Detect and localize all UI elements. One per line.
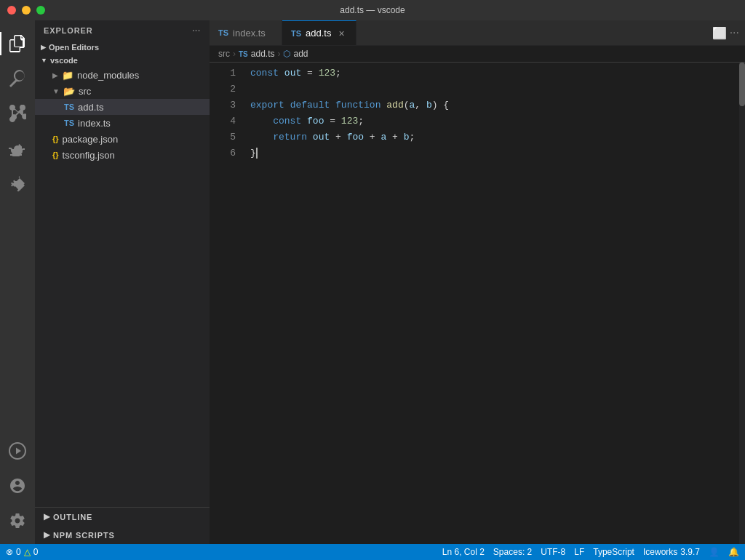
status-bell[interactable]: 🔔 [728,547,739,557]
breadcrumb-sep-1: › [233,49,236,59]
breadcrumb-fn[interactable]: add [293,49,308,59]
breadcrumb-file[interactable]: add.ts [251,49,275,59]
activity-bar [0,20,35,544]
activity-settings[interactable] [0,503,35,538]
code-editor[interactable]: 1 2 3 4 5 6 const out = 123; export defa… [210,63,745,544]
tree-src[interactable]: ▼ 📂 src [35,83,210,99]
line-num-2: 2 [210,81,236,97]
activity-remote[interactable] [0,433,35,468]
tab-close-button[interactable]: × [335,28,347,39]
warning-count: 0 [33,547,39,557]
line-num-6: 6 [210,145,236,161]
status-position[interactable]: Ln 6, Col 2 [442,547,485,557]
tab-actions: ⬜ ··· [706,20,745,45]
more-tabs-icon[interactable]: ··· [730,26,739,39]
vscode-label: vscode [50,56,78,65]
bell-icon: 🔔 [728,547,739,557]
tree-node-modules[interactable]: ▶ 📁 node_modules [35,67,210,83]
maximize-button[interactable] [36,6,45,15]
outline-label: Outline [53,513,92,521]
status-left: ⊗ 0 △ 0 [6,547,38,557]
ts-icon-index: TS [218,28,228,37]
status-errors[interactable]: ⊗ 0 △ 0 [6,547,38,557]
minimap [739,63,745,544]
line-num-4: 4 [210,113,236,129]
sidebar: Explorer ··· ▶ Open Editors ▼ vscode ▶ 📁… [35,20,210,544]
spaces-label: Spaces: 2 [493,547,532,557]
node-modules-label: node_modules [77,70,139,81]
breadcrumb-fn-icon: ⬡ [283,49,290,59]
sidebar-header-icons: ··· [192,26,201,35]
tab-index-ts[interactable]: TS index.ts [210,20,282,45]
json-badge-tsconfig: {} [52,151,59,159]
split-editor-icon[interactable]: ⬜ [712,26,727,40]
open-editors-section[interactable]: ▶ Open Editors [35,41,210,54]
line-num-5: 5 [210,129,236,145]
code-line-4: const foo = 123; [250,113,739,129]
breadcrumb-src[interactable]: src [218,49,230,59]
extension-label: Iceworks [643,547,677,557]
line-numbers: 1 2 3 4 5 6 [210,63,244,544]
breadcrumb-sep-2: › [277,49,280,59]
code-line-1: const out = 123; [250,65,739,81]
tab-bar: TS index.ts TS add.ts × ⬜ ··· [210,20,745,46]
tree-add-ts[interactable]: TS add.ts [35,99,210,115]
activity-extensions[interactable] [0,166,35,201]
code-content[interactable]: const out = 123; export default function… [244,63,739,544]
app-body: Explorer ··· ▶ Open Editors ▼ vscode ▶ 📁… [0,20,745,544]
status-spaces[interactable]: Spaces: 2 [493,547,532,557]
ts-icon-add: TS [291,29,301,38]
sidebar-header: Explorer ··· [35,20,210,41]
text-cursor [256,148,258,159]
folder-icon: 📂 [63,86,75,97]
status-right: Ln 6, Col 2 Spaces: 2 UTF-8 LF TypeScrip… [442,547,739,557]
folder-icon: 📁 [62,70,73,81]
breadcrumb-ts-icon: TS [239,50,248,58]
arrow-icon: ▶ [52,71,58,79]
explorer-title: Explorer [44,26,93,35]
status-encoding[interactable]: UTF-8 [541,547,565,557]
minimap-thumb[interactable] [739,63,745,106]
tree-index-ts[interactable]: TS index.ts [35,115,210,131]
activity-bar-bottom [0,433,35,544]
npm-scripts-arrow: ▶ [44,530,50,540]
activity-account[interactable] [0,468,35,503]
add-ts-label: add.ts [78,102,103,113]
status-extension[interactable]: Iceworks 3.9.7 [643,547,700,557]
status-bar: ⊗ 0 △ 0 Ln 6, Col 2 Spaces: 2 UTF-8 LF T… [0,544,745,560]
extension-version: 3.9.7 [680,547,700,557]
breadcrumb: src › TS add.ts › ⬡ add [210,46,745,63]
line-ending-label: LF [574,547,584,557]
window-controls [7,6,45,15]
activity-files[interactable] [0,26,35,61]
line-num-1: 1 [210,65,236,81]
activity-git[interactable] [0,96,35,131]
position-label: Ln 6, Col 2 [442,547,485,557]
status-person[interactable]: 👤 [709,547,720,557]
tab-add-ts[interactable]: TS add.ts × [282,20,356,45]
tree-tsconfig-json[interactable]: {} tsconfig.json [35,147,210,163]
minimize-button[interactable] [22,6,31,15]
person-icon: 👤 [709,547,720,557]
close-button[interactable] [7,6,16,15]
more-options-icon[interactable]: ··· [192,26,201,35]
vscode-section[interactable]: ▼ vscode [35,54,210,67]
tree-package-json[interactable]: {} package.json [35,131,210,147]
npm-scripts-label: NPM Scripts [53,531,115,540]
encoding-label: UTF-8 [541,547,565,557]
status-language[interactable]: TypeScript [593,547,634,557]
activity-search[interactable] [0,61,35,96]
package-json-label: package.json [63,134,119,145]
npm-scripts-section[interactable]: ▶ NPM Scripts [35,526,210,544]
status-line-ending[interactable]: LF [574,547,584,557]
code-line-3: export default function add(a, b) { [250,97,739,113]
json-badge-package: {} [52,135,59,143]
window-title: add.ts — vscode [340,5,405,15]
tab-index-ts-label: index.ts [233,28,266,39]
error-count: 0 [16,547,21,557]
outline-section[interactable]: ▶ Outline [35,508,210,526]
ts-badge-add: TS [64,103,74,111]
language-label: TypeScript [593,547,634,557]
activity-debug[interactable] [0,131,35,166]
code-line-2 [250,81,739,97]
